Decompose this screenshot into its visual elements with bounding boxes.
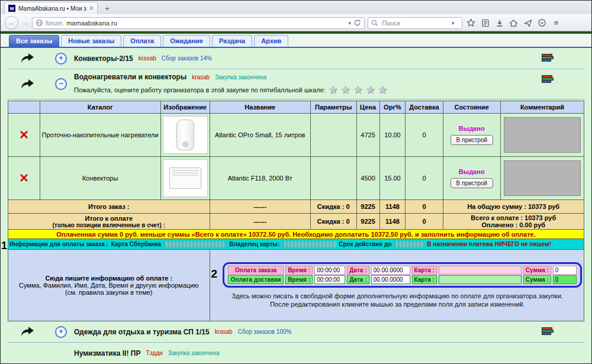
share-send-icon[interactable] — [522, 17, 533, 28]
delivery-card-input[interactable] — [439, 275, 522, 284]
item-catalog[interactable]: Проточно-накопительные нагреватели — [40, 114, 160, 157]
purchase-status[interactable]: Закупка закончена — [215, 74, 266, 80]
collapse-toggle[interactable]: − — [55, 78, 67, 90]
purchase-row: Нумизматика II! ПР Тэдди Закупка законче… — [8, 343, 584, 363]
search-dropdown-icon[interactable]: ▾ — [452, 20, 455, 26]
reload-icon[interactable] — [353, 19, 361, 27]
col-header-orgfee: Орг% — [379, 101, 406, 114]
totals-orgfee: 1148 — [379, 200, 406, 214]
organizer-name[interactable]: krasab — [192, 74, 210, 80]
purchase-status[interactable]: Сбор заказов 100% — [238, 328, 292, 335]
col-header-params: Параметры — [310, 101, 356, 114]
delivery-time-input[interactable] — [314, 275, 345, 284]
organizer-name[interactable]: Тэдди — [146, 350, 162, 356]
totals-sum: На общую сумму : 10373 руб — [443, 200, 584, 214]
order-table: Каталог Изображение Название Параметры Ц… — [8, 101, 584, 321]
home-icon[interactable] — [508, 17, 519, 28]
rating-star-icon[interactable]: ★ — [328, 84, 338, 95]
totals-discount: Скидка : 0 — [310, 214, 356, 230]
item-delivery: 0 — [406, 114, 443, 157]
tab-distribution[interactable]: Раздача — [212, 35, 252, 47]
card-label: Карта : — [412, 275, 437, 284]
tab-payment[interactable]: Оплата — [123, 35, 161, 47]
organizer-name[interactable]: krasab — [139, 55, 156, 62]
purchase-title: Одежда для отдыха и туризма СП 1/15 — [74, 328, 210, 336]
pristroy-button[interactable]: В пристрой — [451, 135, 493, 145]
tab-close-icon[interactable]: × — [89, 4, 94, 12]
back-button[interactable]: ← — [5, 16, 18, 30]
comment-field[interactable] — [504, 160, 581, 196]
goto-topic-icon[interactable] — [542, 54, 554, 63]
item-price: 4500 — [356, 157, 379, 200]
purchase-status[interactable]: Сбор заказов 14% — [162, 55, 212, 62]
item-state: Выдано — [445, 168, 499, 175]
search-input[interactable] — [381, 19, 449, 27]
payment-info-label: Информация для оплаты заказа : — [9, 241, 108, 247]
organizer-name[interactable]: krasab — [215, 328, 233, 335]
reply-arrow-icon[interactable] — [21, 79, 35, 89]
col-header-price: Цена — [356, 101, 379, 114]
annotation-2: 2 — [211, 268, 218, 281]
convector-image — [169, 167, 201, 189]
reply-arrow-icon[interactable] — [21, 327, 35, 337]
col-header-comment: Комментарий — [500, 101, 584, 114]
col-header-name: Название — [210, 101, 310, 114]
card-label: Карта : — [412, 266, 437, 275]
delivery-date-input[interactable] — [371, 275, 410, 284]
delete-item-icon[interactable] — [20, 130, 28, 140]
goto-topic-icon[interactable] — [542, 75, 554, 84]
tab-archive[interactable]: Архив — [254, 35, 288, 47]
comment-field[interactable] — [504, 117, 581, 153]
browser-window: M MamaAbakana.ru • Мои з... × + ← → foru… — [0, 0, 592, 364]
forward-button[interactable]: → — [21, 18, 29, 27]
expand-toggle[interactable]: + — [55, 53, 67, 65]
rating-star-icon[interactable]: ★ — [340, 84, 350, 95]
totals-row: Итого заказ : ------ Скидка : 0 9225 114… — [8, 200, 584, 214]
free-form-hint[interactable]: Здесь можно писать в свободной форме доп… — [213, 292, 583, 309]
bookmarks-menu-icon[interactable] — [480, 17, 491, 28]
bookmark-star-icon[interactable] — [465, 17, 477, 28]
tab-title: MamaAbakana.ru • Мои з... — [18, 5, 86, 12]
rating-star-icon[interactable]: ★ — [353, 84, 363, 95]
globe-icon — [36, 19, 43, 27]
rating-star-icon[interactable]: ★ — [365, 84, 375, 95]
totals-orgfee: 1148 — [379, 214, 406, 230]
item-params — [310, 157, 356, 200]
tab-all-orders[interactable]: Все заказы — [9, 35, 59, 47]
tab-waiting[interactable]: Ожидание — [163, 35, 210, 47]
order-sum-input[interactable] — [553, 266, 577, 275]
delete-item-icon[interactable] — [20, 173, 28, 183]
url-bar[interactable]: forum.mamaabakana.ru ▾ — [32, 17, 365, 29]
item-photo[interactable] — [163, 116, 208, 154]
purchase-row-expanded: − Водонагреватели и конвекторы krasab За… — [8, 69, 584, 99]
rating-star-icon[interactable]: ★ — [378, 84, 388, 95]
browser-tab[interactable]: M MamaAbakana.ru • Мои з... × — [4, 2, 98, 14]
order-time-input[interactable] — [314, 266, 345, 275]
item-catalog[interactable]: Конвекторы — [40, 157, 160, 200]
reply-arrow-icon[interactable] — [21, 53, 35, 63]
goto-topic-icon[interactable] — [542, 327, 554, 336]
totals-sum: Всего к оплате : 10373 руб Оплачено : 0.… — [443, 214, 584, 230]
search-bar[interactable]: ▾ — [368, 17, 462, 29]
card-expiry-label: Срок действия до — [339, 241, 391, 247]
tab-new-orders[interactable]: Новые заказы — [61, 35, 121, 47]
order-card-input[interactable] — [439, 266, 522, 275]
payment-method: Карта Сбербанка — [111, 241, 161, 247]
site-favicon-icon: M — [8, 5, 15, 12]
item-name[interactable]: Atlantic OPro Small, 15 литров — [210, 114, 310, 157]
item-name[interactable]: Atlantic F118, 2000 Вт — [210, 157, 310, 200]
order-date-input[interactable] — [371, 266, 410, 275]
expand-toggle[interactable]: + — [55, 326, 67, 338]
pristroy-button[interactable]: В пристрой — [451, 178, 493, 188]
url-dropdown-icon[interactable]: ▾ — [348, 20, 351, 26]
new-tab-button[interactable]: + — [99, 3, 115, 14]
delivery-sum-input[interactable] — [553, 275, 577, 284]
item-photo[interactable] — [163, 159, 208, 197]
downloads-icon[interactable] — [494, 17, 505, 28]
col-header-state: Состояние — [443, 101, 500, 114]
col-header-delivery: Доставка — [406, 101, 443, 114]
purchase-status[interactable]: Закупка закончена — [168, 350, 220, 356]
payment-warning-text: Оплаченная сумма 0 руб. меньше суммы «Вс… — [8, 230, 584, 239]
account-icon[interactable] — [536, 17, 548, 28]
menu-icon[interactable]: ≡ — [551, 17, 562, 28]
